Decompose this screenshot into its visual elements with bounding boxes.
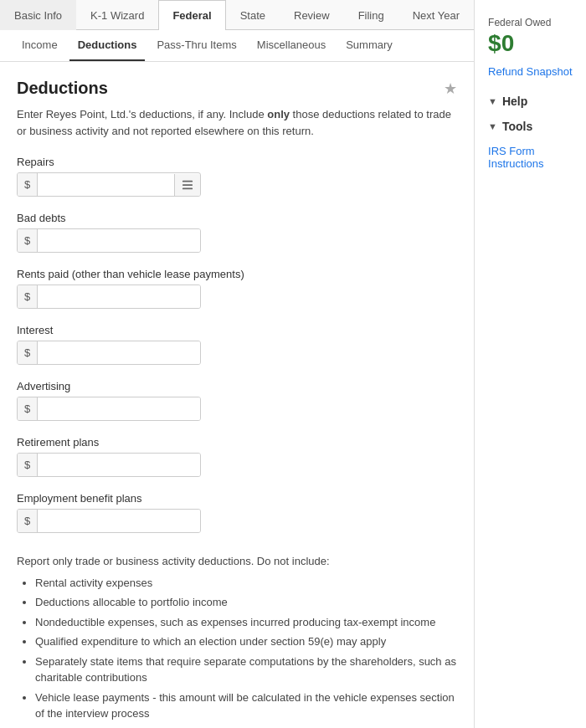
interest-input[interactable] xyxy=(38,341,200,364)
advertising-input-wrapper: $ xyxy=(17,397,201,421)
tab-filing[interactable]: Filing xyxy=(344,0,398,30)
interest-label: Interest xyxy=(17,324,457,336)
bad-debts-prefix: $ xyxy=(18,229,38,252)
bad-debts-field-group: Bad debts $ xyxy=(17,212,457,253)
svg-rect-1 xyxy=(182,184,193,186)
refund-snapshot-link[interactable]: Refund Snapshot xyxy=(488,65,573,78)
bookmark-icon[interactable]: ★ xyxy=(444,79,457,98)
repairs-input-wrapper: $ xyxy=(17,172,201,197)
tab-state[interactable]: State xyxy=(226,0,280,30)
sub-tab-pass-thru[interactable]: Pass-Thru Items xyxy=(148,30,244,61)
sub-tab-misc[interactable]: Miscellaneous xyxy=(249,30,334,61)
rents-paid-input-wrapper: $ xyxy=(17,285,201,309)
notes-item-5: Vehicle lease payments - this amount wil… xyxy=(35,690,457,722)
advertising-prefix: $ xyxy=(18,397,38,420)
sub-tab-deductions[interactable]: Deductions xyxy=(69,30,146,61)
retirement-plans-input-wrapper: $ xyxy=(17,453,201,477)
notes-item-1: Deductions allocable to portfolio income xyxy=(35,594,457,611)
sub-tab-summary[interactable]: Summary xyxy=(337,30,401,61)
federal-owed-amount: $0 xyxy=(488,30,573,57)
notes-section: Report only trade or business activity d… xyxy=(17,553,457,722)
interest-prefix: $ xyxy=(18,341,38,364)
page-title: Deductions xyxy=(17,79,108,98)
bad-debts-input[interactable] xyxy=(38,229,200,252)
notes-item-0: Rental activity expenses xyxy=(35,575,457,592)
sub-tab-income[interactable]: Income xyxy=(13,30,66,61)
main-content: Deductions ★ Enter Reyes Point, Ltd.'s d… xyxy=(0,62,474,728)
sub-tab-bar: Income Deductions Pass-Thru Items Miscel… xyxy=(0,30,474,62)
repairs-list-icon-btn[interactable] xyxy=(174,174,200,196)
tab-basic-info[interactable]: Basic Info xyxy=(0,0,76,30)
notes-intro: Report only trade or business activity d… xyxy=(17,555,330,567)
sidebar: Federal Owed $0 Refund Snapshot ▼ Help ▼… xyxy=(475,0,586,728)
employment-benefit-plans-input-wrapper: $ xyxy=(17,509,201,533)
employment-benefit-plans-field-group: Employment benefit plans $ xyxy=(17,492,457,533)
interest-field-group: Interest $ xyxy=(17,324,457,365)
employment-benefit-plans-prefix: $ xyxy=(18,510,38,532)
retirement-plans-label: Retirement plans xyxy=(17,436,457,449)
employment-benefit-plans-input[interactable] xyxy=(38,510,200,532)
help-chevron-icon: ▼ xyxy=(488,96,497,106)
tools-header[interactable]: ▼ Tools xyxy=(488,120,573,133)
description: Enter Reyes Point, Ltd.'s deductions, if… xyxy=(17,106,457,139)
tab-review[interactable]: Review xyxy=(280,0,344,30)
notes-list: Rental activity expenses Deductions allo… xyxy=(17,575,457,722)
bad-debts-label: Bad debts xyxy=(17,212,457,224)
advertising-input[interactable] xyxy=(38,397,200,420)
repairs-field-group: Repairs $ xyxy=(17,156,457,197)
retirement-plans-field-group: Retirement plans $ xyxy=(17,436,457,477)
notes-item-3: Qualified expenditure to which an electi… xyxy=(35,633,457,650)
top-tab-bar: Basic Info K-1 Wizard Federal State Revi… xyxy=(0,0,474,30)
tab-federal[interactable]: Federal xyxy=(158,0,225,30)
tab-k1-wizard[interactable]: K-1 Wizard xyxy=(76,0,158,30)
repairs-label: Repairs xyxy=(17,156,457,168)
advertising-field-group: Advertising $ xyxy=(17,380,457,421)
tools-chevron-icon: ▼ xyxy=(488,121,497,131)
rents-paid-prefix: $ xyxy=(18,285,38,308)
svg-rect-0 xyxy=(182,180,193,182)
rents-paid-field-group: Rents paid (other than vehicle lease pay… xyxy=(17,268,457,309)
notes-item-2: Nondeductible expenses, such as expenses… xyxy=(35,614,457,631)
irs-form-instructions-link[interactable]: IRS Form Instructions xyxy=(488,145,573,170)
retirement-plans-input[interactable] xyxy=(38,454,200,476)
retirement-plans-prefix: $ xyxy=(18,454,38,476)
advertising-label: Advertising xyxy=(17,380,457,392)
help-label: Help xyxy=(502,95,527,108)
interest-input-wrapper: $ xyxy=(17,341,201,365)
tools-label: Tools xyxy=(502,120,532,133)
rents-paid-input[interactable] xyxy=(38,285,200,308)
federal-owed-label: Federal Owed xyxy=(488,17,573,28)
tools-section: ▼ Tools xyxy=(488,120,573,133)
repairs-input[interactable] xyxy=(38,173,174,196)
repairs-prefix: $ xyxy=(18,173,38,196)
help-section: ▼ Help xyxy=(488,95,573,108)
notes-item-4: Separately state items that require sepa… xyxy=(35,654,457,686)
bad-debts-input-wrapper: $ xyxy=(17,228,201,253)
tab-next-year[interactable]: Next Year xyxy=(398,0,474,30)
rents-paid-label: Rents paid (other than vehicle lease pay… xyxy=(17,268,457,280)
employment-benefit-plans-label: Employment benefit plans xyxy=(17,492,457,505)
help-header[interactable]: ▼ Help xyxy=(488,95,573,108)
svg-rect-2 xyxy=(182,187,193,189)
